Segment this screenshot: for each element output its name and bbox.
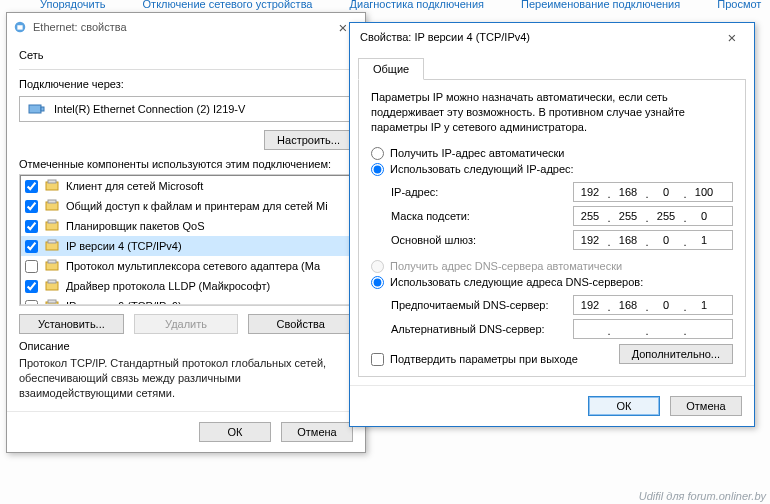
label-gateway: Основной шлюз: bbox=[391, 234, 573, 246]
ok-button[interactable]: ОК bbox=[199, 422, 271, 442]
svg-rect-13 bbox=[48, 260, 56, 263]
list-item[interactable]: IP версии 6 (TCP/IPv6) bbox=[21, 296, 351, 305]
protocol-icon bbox=[44, 198, 60, 214]
properties-button[interactable]: Свойства bbox=[248, 314, 353, 334]
advanced-button[interactable]: Дополнительно... bbox=[619, 344, 733, 364]
dialog-title: Ethernet: свойства bbox=[33, 21, 327, 33]
titlebar[interactable]: Ethernet: свойства × bbox=[7, 13, 365, 41]
svg-rect-3 bbox=[41, 107, 44, 111]
protocol-icon bbox=[44, 278, 60, 294]
radio-dns-auto: Получить адрес DNS-сервера автоматически bbox=[371, 260, 733, 273]
label-dns-preferred: Предпочитаемый DNS-сервер: bbox=[391, 299, 573, 311]
protocol-icon bbox=[44, 218, 60, 234]
label-subnet-mask: Маска подсети: bbox=[391, 210, 573, 222]
component-checkbox[interactable] bbox=[25, 200, 38, 213]
list-item[interactable]: IP версии 4 (TCP/IPv4) bbox=[21, 236, 351, 256]
input-dns-alternate[interactable]: . . . bbox=[573, 319, 733, 339]
cancel-button[interactable]: Отмена bbox=[670, 396, 742, 416]
component-checkbox[interactable] bbox=[25, 180, 38, 193]
tab-pane-general: Параметры IP можно назначать автоматичес… bbox=[358, 79, 746, 377]
component-label: Драйвер протокола LLDP (Майкрософт) bbox=[66, 280, 270, 292]
protocol-icon bbox=[44, 178, 60, 194]
radio-dns-manual[interactable]: Использовать следующие адреса DNS-сервер… bbox=[371, 276, 733, 289]
list-item[interactable]: Общий доступ к файлам и принтерам для се… bbox=[21, 196, 351, 216]
tab-bar: Общие bbox=[350, 57, 754, 79]
close-icon[interactable]: × bbox=[716, 29, 748, 46]
list-item[interactable]: Клиент для сетей Microsoft bbox=[21, 176, 351, 196]
svg-rect-1 bbox=[17, 25, 22, 29]
titlebar[interactable]: Свойства: IP версии 4 (TCP/IPv4) × bbox=[350, 23, 754, 51]
components-listbox[interactable]: Клиент для сетей MicrosoftОбщий доступ к… bbox=[20, 175, 352, 305]
list-item[interactable]: Драйвер протокола LLDP (Майкрософт) bbox=[21, 276, 351, 296]
svg-rect-9 bbox=[48, 220, 56, 223]
adapter-field[interactable]: Intel(R) Ethernet Connection (2) I219-V bbox=[19, 96, 353, 122]
background-toolbar: Упорядочить Отключение сетевого устройст… bbox=[0, 0, 770, 12]
description-title: Описание bbox=[19, 340, 353, 352]
divider bbox=[19, 69, 353, 70]
ethernet-properties-dialog: Ethernet: свойства × Сеть Подключение че… bbox=[6, 12, 366, 453]
intro-text: Параметры IP можно назначать автоматичес… bbox=[371, 90, 733, 135]
component-checkbox[interactable] bbox=[25, 300, 38, 306]
network-adapter-icon bbox=[13, 20, 27, 34]
configure-button[interactable]: Настроить... bbox=[264, 130, 353, 150]
ipv4-properties-dialog: Свойства: IP версии 4 (TCP/IPv4) × Общие… bbox=[349, 22, 755, 427]
list-item[interactable]: Протокол мультиплексора сетевого адаптер… bbox=[21, 256, 351, 276]
component-checkbox[interactable] bbox=[25, 260, 38, 273]
component-label: Общий доступ к файлам и принтерам для се… bbox=[66, 200, 328, 212]
list-item[interactable]: Планировщик пакетов QoS bbox=[21, 216, 351, 236]
description-text: Протокол TCP/IP. Стандартный протокол гл… bbox=[19, 356, 353, 401]
connect-via-label: Подключение через: bbox=[19, 78, 353, 90]
svg-rect-5 bbox=[48, 180, 56, 183]
section-network-label: Сеть bbox=[19, 49, 353, 61]
protocol-icon bbox=[44, 258, 60, 274]
adapter-name: Intel(R) Ethernet Connection (2) I219-V bbox=[54, 103, 245, 115]
svg-rect-7 bbox=[48, 200, 56, 203]
component-checkbox[interactable] bbox=[25, 280, 38, 293]
components-label: Отмеченные компоненты используются этим … bbox=[19, 158, 353, 170]
watermark: Udifil для forum.onliner.by bbox=[639, 490, 766, 502]
component-label: IP версии 4 (TCP/IPv4) bbox=[66, 240, 182, 252]
svg-rect-15 bbox=[48, 280, 56, 283]
radio-ip-auto[interactable]: Получить IP-адрес автоматически bbox=[371, 147, 733, 160]
protocol-icon bbox=[44, 298, 60, 305]
component-label: Планировщик пакетов QoS bbox=[66, 220, 205, 232]
tab-general[interactable]: Общие bbox=[358, 58, 424, 80]
dialog-title: Свойства: IP версии 4 (TCP/IPv4) bbox=[356, 31, 716, 43]
install-button[interactable]: Установить... bbox=[19, 314, 124, 334]
radio-ip-manual[interactable]: Использовать следующий IP-адрес: bbox=[371, 163, 733, 176]
protocol-icon bbox=[44, 238, 60, 254]
input-ip-address[interactable]: 192. 168. 0. 100 bbox=[573, 182, 733, 202]
label-dns-alternate: Альтернативный DNS-сервер: bbox=[391, 323, 573, 335]
components-list: Клиент для сетей MicrosoftОбщий доступ к… bbox=[19, 174, 353, 306]
label-ip-address: IP-адрес: bbox=[391, 186, 573, 198]
svg-rect-11 bbox=[48, 240, 56, 243]
svg-rect-2 bbox=[29, 105, 41, 113]
ok-button[interactable]: ОК bbox=[588, 396, 660, 416]
input-subnet-mask[interactable]: 255. 255. 255. 0 bbox=[573, 206, 733, 226]
component-label: Протокол мультиплексора сетевого адаптер… bbox=[66, 260, 320, 272]
component-checkbox[interactable] bbox=[25, 240, 38, 253]
cancel-button[interactable]: Отмена bbox=[281, 422, 353, 442]
input-gateway[interactable]: 192. 168. 0. 1 bbox=[573, 230, 733, 250]
svg-rect-17 bbox=[48, 300, 56, 303]
nic-icon bbox=[28, 102, 46, 116]
component-checkbox[interactable] bbox=[25, 220, 38, 233]
component-label: Клиент для сетей Microsoft bbox=[66, 180, 203, 192]
remove-button: Удалить bbox=[134, 314, 239, 334]
input-dns-preferred[interactable]: 192. 168. 0. 1 bbox=[573, 295, 733, 315]
component-label: IP версии 6 (TCP/IPv6) bbox=[66, 300, 182, 305]
